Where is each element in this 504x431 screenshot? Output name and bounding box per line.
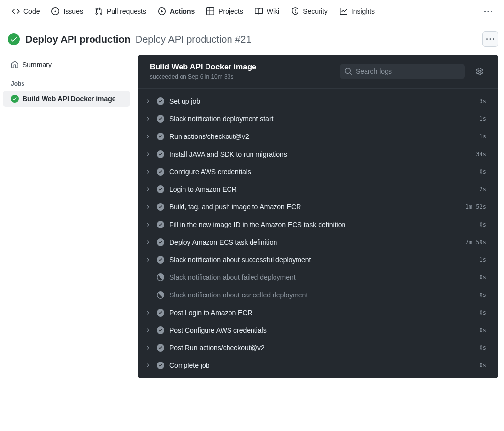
log-search [340,64,465,79]
log-step-row[interactable]: Post Run actions/checkout@v20s [138,339,498,357]
shield-icon [291,7,299,15]
tab-label: Pull requests [107,7,146,15]
chevron-right-icon [144,363,152,368]
git-pull-request-icon [95,7,103,15]
step-success-icon [157,309,164,317]
log-job-subtitle: succeeded on Sep 6 in 10m 33s [150,73,332,80]
workflow-status-success-icon [8,33,20,45]
home-icon [11,61,19,68]
step-success-icon [157,221,164,228]
log-step-row[interactable]: Run actions/checkout@v21s [138,128,498,145]
log-step-row: Slack notification about failed deployme… [138,269,498,286]
log-step-row[interactable]: Fill in the new image ID in the Amazon E… [138,216,498,233]
step-success-icon [157,133,164,140]
play-icon [158,7,166,15]
tab-label: Wiki [267,7,279,15]
step-duration: 0s [480,362,486,369]
log-search-input[interactable] [340,64,465,79]
step-name: Deploy Amazon ECS task definition [169,238,460,246]
log-step-row[interactable]: Post Configure AWS credentials0s [138,321,498,339]
log-steps: Set up job3sSlack notification deploymen… [138,88,498,378]
tab-insights[interactable]: Insights [336,0,379,23]
log-job-title: Build Web API Docker image [150,63,332,71]
log-step-row[interactable]: Build, tag, and push image to Amazon ECR… [138,198,498,216]
tab-label: Insights [351,7,375,15]
log-panel: Build Web API Docker image succeeded on … [138,55,498,378]
search-icon [344,68,352,75]
graph-icon [340,7,347,15]
tab-code[interactable]: Code [8,0,44,23]
step-name: Login to Amazon ECR [169,185,475,193]
chevron-right-icon [144,134,152,139]
step-success-icon [157,238,164,246]
nav-overflow-button[interactable] [481,4,496,20]
step-skipped-icon [157,273,164,281]
log-step-row[interactable]: Slack notification about successful depl… [138,251,498,269]
chevron-right-icon [144,327,152,333]
step-success-icon [157,97,164,105]
tab-label: Security [303,7,328,15]
step-name: Set up job [169,97,475,105]
job-status-success-icon [11,95,19,103]
log-step-row[interactable]: Install JAVA and SDK to run migrations34… [138,145,498,163]
sidebar-summary-label: Summary [23,61,52,68]
gear-icon [476,68,483,75]
log-step-row[interactable]: Set up job3s [138,92,498,110]
tab-security[interactable]: Security [287,0,332,23]
step-name: Slack notification about successful depl… [169,256,475,264]
step-name: Configure AWS credentials [169,168,475,176]
log-step-row[interactable]: Post Login to Amazon ECR0s [138,304,498,321]
repo-nav: Code Issues Pull requests Actions Projec… [0,0,504,23]
step-success-icon [157,185,164,193]
step-duration: 1s [480,256,486,263]
step-name: Slack notification about cancelled deplo… [169,291,475,299]
step-success-icon [157,344,164,352]
step-duration: 0s [480,221,486,228]
tab-label: Actions [170,7,195,15]
chevron-right-icon [144,239,152,245]
step-success-icon [157,362,164,369]
tab-projects[interactable]: Projects [203,0,247,23]
tab-issues[interactable]: Issues [47,0,87,23]
step-name: Post Run actions/checkout@v2 [169,344,475,352]
workflow-title: Deploy API production Deploy API product… [25,34,252,45]
chevron-right-icon [144,222,152,227]
tab-pull-requests[interactable]: Pull requests [91,0,150,23]
step-duration: 0s [480,327,486,334]
log-step-row[interactable]: Login to Amazon ECR2s [138,181,498,198]
workflow-title-row: Deploy API production Deploy API product… [0,23,504,55]
sidebar-summary[interactable]: Summary [3,57,130,72]
step-duration: 34s [476,151,486,158]
step-name: Slack notification about failed deployme… [169,273,475,281]
step-name: Slack notification deployment start [169,115,475,123]
tab-actions[interactable]: Actions [154,0,199,23]
step-name: Build, tag, and push image to Amazon ECR [169,203,460,211]
step-duration: 0s [480,344,486,351]
step-name: Post Configure AWS credentials [169,326,475,334]
workflow-more-button[interactable] [482,31,498,47]
log-step-row[interactable]: Slack notification deployment start1s [138,110,498,128]
log-step-row: Slack notification about cancelled deplo… [138,286,498,304]
log-step-row[interactable]: Complete job0s [138,357,498,374]
tab-label: Issues [63,7,83,15]
kebab-horizontal-icon [484,8,492,16]
log-settings-button[interactable] [473,65,486,78]
step-duration: 1s [480,115,486,122]
sidebar-job-label: Build Web API Docker image [23,95,116,103]
tab-label: Projects [218,7,243,15]
log-header: Build Web API Docker image succeeded on … [138,55,498,88]
step-success-icon [157,168,164,176]
sidebar-job-item[interactable]: Build Web API Docker image [3,91,130,107]
issue-opened-icon [51,7,59,15]
step-duration: 0s [480,274,486,281]
step-name: Fill in the new image ID in the Amazon E… [169,221,475,228]
workflow-run-name[interactable]: Deploy API production #21 [136,34,252,45]
step-duration: 1m 52s [465,204,486,210]
step-duration: 1s [480,133,486,140]
step-success-icon [157,115,164,123]
book-icon [255,7,263,15]
log-step-row[interactable]: Deploy Amazon ECS task definition7m 59s [138,233,498,251]
step-name: Complete job [169,362,475,369]
log-step-row[interactable]: Configure AWS credentials0s [138,163,498,181]
tab-wiki[interactable]: Wiki [251,0,283,23]
